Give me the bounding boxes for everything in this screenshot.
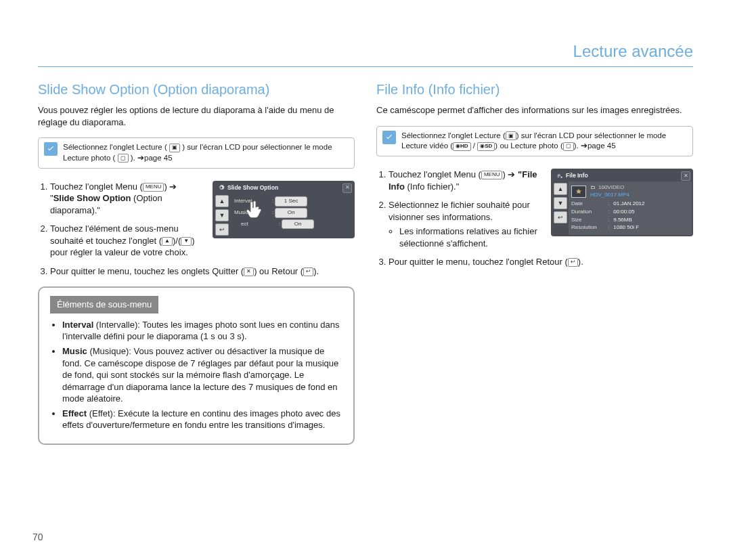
playlist-icon [556, 173, 563, 179]
music-value[interactable]: On [275, 208, 307, 218]
page-number: 70 [32, 531, 43, 544]
file-thumb-icon [571, 186, 586, 198]
effect-value[interactable]: On [282, 219, 314, 230]
back-mini-icon: ↩ [303, 267, 313, 276]
lcd-back-button[interactable]: ↩ [215, 223, 229, 236]
play-tab-icon: ▣ [506, 131, 516, 140]
down-icon: ▼ [181, 237, 192, 246]
lcd-down-button[interactable]: ▼ [215, 209, 229, 221]
slideshow-lcd: ✕ Slide Show Option ▲ ▼ ↩ [213, 181, 355, 238]
lcd-back-button[interactable]: ↩ [554, 211, 567, 223]
fileinfo-section: File Info (Info fichier) Ce caméscope pe… [376, 81, 693, 444]
close-mini-icon: ✕ [244, 267, 254, 276]
fileinfo-note: Sélectionnez l'onglet Lecture (▣) sur l'… [376, 126, 693, 156]
check-icon [382, 131, 396, 144]
slideshow-step3: Pour quitter le menu, touchez les onglet… [50, 265, 355, 278]
play-tab-icon: ▣ [169, 144, 180, 152]
sd-mode-icon: ◉SD [477, 142, 495, 151]
lcd-down-button[interactable]: ▼ [554, 197, 567, 209]
fileinfo-step3: Pour quitter le menu, touchez l'onglet R… [389, 256, 693, 268]
fileinfo-intro: Ce caméscope permet d'afficher des infor… [376, 104, 693, 116]
up-icon: ▲ [162, 237, 173, 246]
slideshow-note: Sélectionnez l'onglet Lecture ( ▣ ) sur … [38, 137, 355, 168]
lcd-up-button[interactable]: ▲ [554, 183, 567, 195]
submenu-heading: Éléments de sous-menu [50, 296, 158, 314]
menu-icon: MENU [143, 183, 164, 192]
slideshow-intro: Vous pouvez régler les options de lectur… [38, 104, 355, 128]
submenu-item: Effect (Effet): Exécute la lecture en co… [62, 408, 342, 431]
filename: HDV_0017.MP4 [590, 192, 629, 199]
photo-mode-icon: ▢ [118, 154, 129, 163]
slideshow-section: Slide Show Option (Option diaporama) Vou… [38, 81, 355, 444]
submenu-box: Éléments de sous-menu Interval (Interval… [38, 286, 355, 444]
hd-mode-icon: ◉HD [453, 142, 471, 151]
back-mini-icon: ↩ [568, 258, 578, 267]
check-icon [44, 142, 58, 156]
photo-mode-icon: ▢ [563, 142, 574, 151]
submenu-item: Interval (Intervalle): Toutes les images… [62, 319, 342, 343]
interval-value[interactable]: 1 Sec [275, 196, 307, 207]
fileinfo-steps: Touchez l'onglet Menu (MENU) ➔ "File Inf… [389, 169, 541, 249]
fileinfo-lcd: ✕ File Info ▲ ▼ ↩ [551, 169, 693, 236]
lcd-up-button[interactable]: ▲ [215, 195, 229, 207]
fileinfo-title: File Info (Info fichier) [376, 81, 693, 99]
slideshow-title: Slide Show Option (Option diaporama) [38, 81, 355, 99]
menu-icon: MENU [481, 171, 503, 179]
submenu-item: Music (Musique): Vous pouvez activer ou … [62, 345, 342, 405]
close-icon[interactable]: ✕ [342, 184, 352, 193]
gear-icon [218, 184, 225, 191]
slideshow-steps: Touchez l'onglet Menu (MENU) ➔ "Slide Sh… [50, 181, 203, 259]
folder-icon: 🗀 [590, 184, 596, 192]
chapter-title: Lecture avancée [38, 41, 693, 67]
close-icon[interactable]: ✕ [681, 171, 690, 181]
